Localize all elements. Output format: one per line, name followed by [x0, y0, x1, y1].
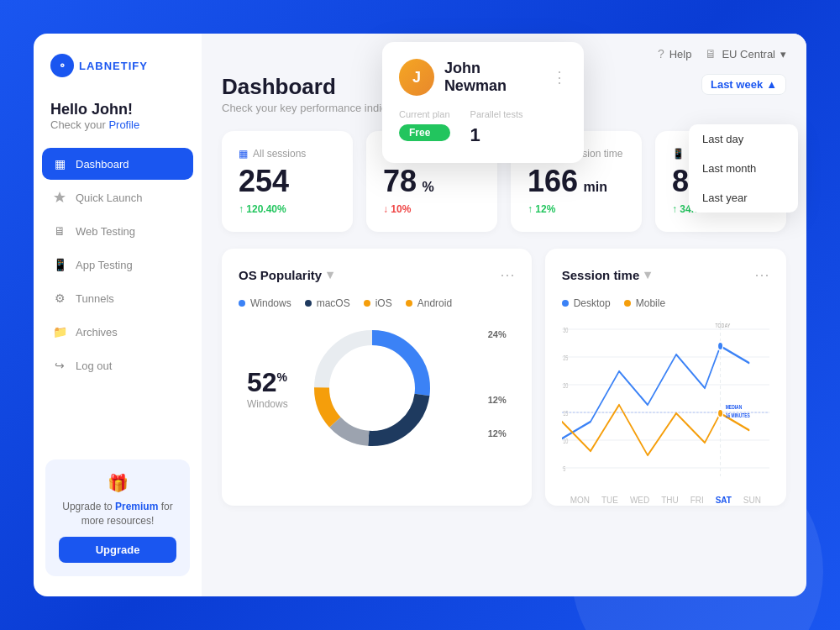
upgrade-button[interactable]: Upgrade	[59, 537, 176, 563]
sidebar-item-app-testing[interactable]: 📱 App Testing	[42, 249, 193, 281]
sidebar-greeting: Hello John! Check your Profile	[34, 94, 202, 148]
legend-desktop: Desktop	[562, 297, 611, 309]
sidebar-item-label: Dashboard	[76, 158, 129, 171]
session-chart-header: Session time ▾ ⋯	[562, 265, 769, 284]
sessions-icon: ▦	[239, 148, 248, 160]
mobile-icon: 📱	[672, 148, 685, 160]
profile-name: John Newman	[444, 60, 542, 95]
stat-change-passrate: ↓ 10%	[383, 203, 480, 215]
period-dropdown: Last day Last month Last year	[689, 124, 798, 213]
help-button[interactable]: ? Help	[658, 47, 692, 60]
svg-text:20: 20	[563, 381, 568, 391]
sidebar-item-web-testing[interactable]: 🖥 Web Testing	[42, 215, 193, 247]
legend-macos: macOS	[305, 297, 350, 309]
donut-chart	[305, 321, 439, 455]
sidebar-item-label: Quick Launch	[76, 192, 143, 204]
profile-link[interactable]: Profile	[108, 118, 139, 131]
web-testing-icon: 🖥	[52, 223, 67, 239]
donut-main-value: 52%	[247, 367, 288, 398]
plan-badge: Free	[399, 124, 450, 141]
session-chart-area: 30 25 20 15 10 5 TODAY MEDIAN 16 MINUTES	[562, 321, 769, 489]
os-popularity-card: OS Popularity ▾ ⋯ Windows macO	[222, 249, 532, 506]
greeting-sub: Check your Profile	[50, 118, 185, 131]
svg-point-13	[717, 342, 722, 350]
stat-change-sessiontime: ↑ 12%	[528, 203, 625, 215]
chevron-down-icon: ▾	[644, 267, 651, 282]
profile-avatar: J	[399, 59, 434, 96]
svg-text:TODAY: TODAY	[715, 322, 730, 328]
app-testing-icon: 📱	[52, 257, 67, 272]
donut-section: 52% Windows	[239, 321, 515, 455]
sidebar-item-label: Log out	[76, 360, 112, 372]
desktop-dot	[562, 300, 569, 307]
os-chart-menu-icon[interactable]: ⋯	[500, 265, 515, 284]
sidebar-item-label: App Testing	[76, 259, 133, 271]
stat-value-sessions: 254	[239, 166, 336, 197]
svg-text:15: 15	[563, 409, 568, 418]
logo: ⚬ LABNETIFY	[34, 54, 202, 94]
dropdown-last-month[interactable]: Last month	[689, 154, 798, 183]
day-fri: FRI	[690, 496, 704, 505]
sidebar-item-label: Tunnels	[76, 292, 114, 305]
os-legend: Windows macOS iOS Android	[239, 297, 515, 309]
day-mon: MON	[570, 496, 590, 505]
stat-change-sessions: ↑ 120.40%	[239, 203, 336, 215]
profile-menu-dots[interactable]: ⋮	[552, 68, 567, 87]
donut-main-label: Windows	[247, 398, 288, 410]
period-selector[interactable]: Last week ▲	[701, 74, 786, 95]
mobile-chart-dot	[624, 300, 631, 307]
macos-dot	[305, 300, 312, 307]
greeting-hello: Hello John!	[50, 101, 185, 118]
stat-card-sessions: ▦ All sessions 254 ↑ 120.40%	[222, 131, 353, 232]
logo-text: LABNETIFY	[79, 60, 148, 72]
svg-text:16 MINUTES: 16 MINUTES	[725, 412, 750, 418]
legend-windows: Windows	[239, 297, 291, 309]
nav-menu: ▦ Dashboard Quick Launch 🖥 Web Testing 📱…	[34, 148, 202, 451]
svg-text:25: 25	[563, 354, 568, 363]
quick-launch-icon	[52, 190, 67, 205]
profile-plan-row: Current plan Free Parallel tests 1	[399, 109, 567, 146]
session-chart-menu-icon[interactable]: ⋯	[754, 265, 769, 284]
tunnels-icon: ⚙	[52, 291, 67, 306]
day-wed: WED	[630, 496, 649, 505]
chevron-down-icon: ▾	[327, 267, 333, 282]
session-time-card: Session time ▾ ⋯ Desktop Mobile	[545, 249, 786, 506]
stat-label-sessions: ▦ All sessions	[239, 148, 336, 160]
sidebar-item-label: Web Testing	[76, 225, 135, 238]
profile-popup: J John Newman ⋮ Current plan Free Parall…	[382, 42, 584, 163]
svg-text:5: 5	[563, 465, 565, 474]
logo-icon: ⚬	[50, 54, 74, 77]
legend-mobile: Mobile	[624, 297, 665, 309]
day-thu: THU	[661, 496, 679, 505]
profile-header: J John Newman ⋮	[399, 59, 567, 96]
session-chart-title: Session time ▾	[562, 267, 652, 282]
sidebar-item-dashboard[interactable]: ▦ Dashboard	[42, 148, 193, 180]
legend-android: Android	[406, 297, 452, 309]
premium-link[interactable]: Premium	[115, 501, 158, 512]
svg-text:30: 30	[563, 326, 568, 335]
day-labels: MON TUE WED THU FRI SAT SUN	[562, 496, 769, 505]
svg-text:MEDIAN: MEDIAN	[725, 403, 742, 410]
os-chart-header: OS Popularity ▾ ⋯	[239, 265, 515, 284]
region-selector[interactable]: 🖥 EU Central ▾	[705, 47, 786, 60]
dropdown-last-year[interactable]: Last year	[689, 183, 798, 213]
sidebar-item-quick-launch[interactable]: Quick Launch	[42, 181, 193, 213]
dropdown-last-day[interactable]: Last day	[689, 124, 798, 154]
stat-value-sessiontime: 166 min	[528, 166, 625, 197]
sidebar-item-logout[interactable]: ↪ Log out	[42, 349, 193, 381]
plan-parallel: Parallel tests 1	[470, 109, 523, 146]
sidebar-item-tunnels[interactable]: ⚙ Tunnels	[42, 282, 193, 314]
dashboard-icon: ▦	[52, 156, 67, 171]
svg-point-14	[717, 409, 722, 417]
donut-stats: 52% Windows	[247, 367, 288, 410]
svg-text:10: 10	[563, 437, 568, 446]
sidebar-item-label: Archives	[76, 326, 118, 339]
help-icon: ?	[658, 47, 664, 60]
logout-icon: ↪	[52, 358, 67, 373]
ios-dot	[364, 300, 370, 307]
android-dot	[406, 300, 412, 307]
sidebar-item-archives[interactable]: 📁 Archives	[42, 316, 193, 348]
upgrade-card: 🎁 Upgrade to Premium for more resources!…	[45, 459, 190, 576]
archives-icon: 📁	[52, 324, 67, 339]
parallel-value: 1	[470, 124, 523, 146]
